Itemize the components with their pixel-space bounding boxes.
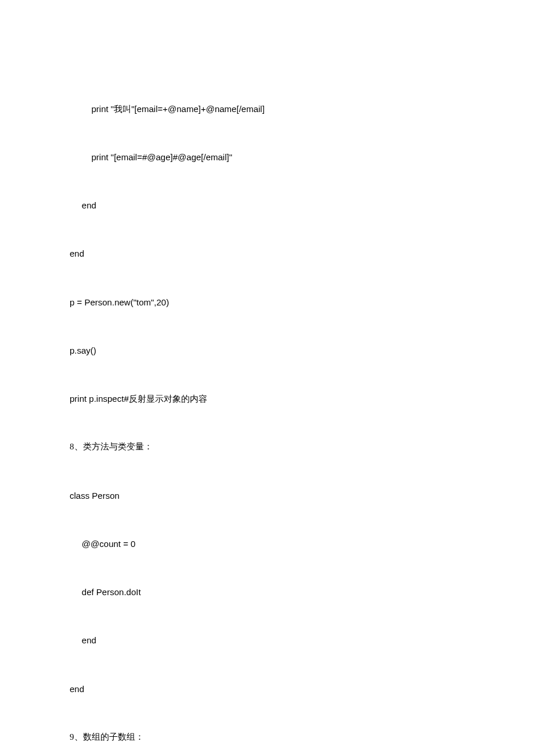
code-line: end xyxy=(70,197,464,214)
code-line: def Person.doIt xyxy=(70,584,464,600)
code-line: 8、类方法与类变量： xyxy=(70,439,464,455)
code-line: class Person xyxy=(70,488,464,504)
code-line: print "我叫"[email=+@name]+@name[/email] xyxy=(70,101,464,117)
code-line: p.say() xyxy=(70,343,464,359)
code-line: end xyxy=(70,681,464,697)
code-line: print "[email=#@age]#@age[/email]" xyxy=(70,149,464,165)
code-line: 9、数组的子数组： xyxy=(70,729,464,746)
code-content: print "我叫"[email=+@name]+@name[/email] p… xyxy=(70,69,464,756)
code-line: end xyxy=(70,632,464,649)
code-line: p = Person.new("tom",20) xyxy=(70,294,464,311)
code-line: print p.inspect#反射显示对象的内容 xyxy=(70,391,464,407)
code-line: end xyxy=(70,246,464,262)
code-line: @@count = 0 xyxy=(70,536,464,552)
document-page: print "我叫"[email=+@name]+@name[/email] p… xyxy=(0,0,534,756)
